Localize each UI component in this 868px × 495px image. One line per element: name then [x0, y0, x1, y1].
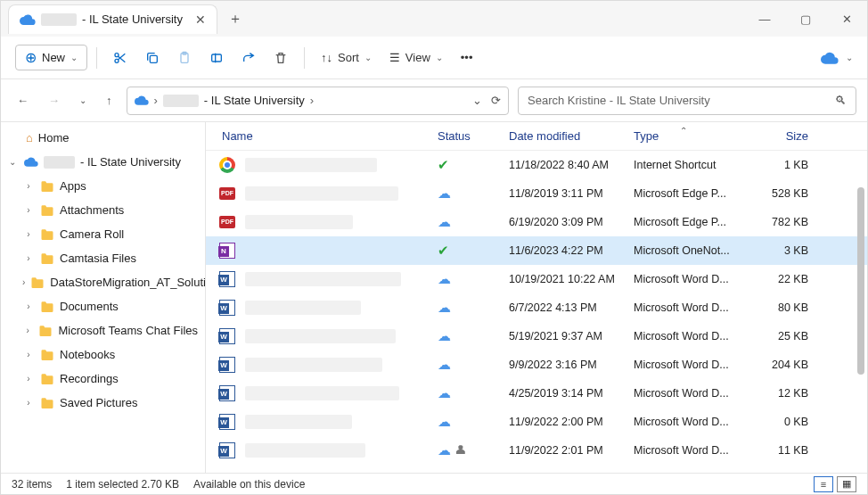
tree-folder[interactable]: ›DataStoreMigration_AT_Solutions: [1, 270, 205, 294]
folder-icon: [30, 276, 45, 288]
size-cell: 22 KB: [749, 273, 821, 285]
path-box[interactable]: › - IL State University › ⌄ ⟳: [127, 87, 510, 115]
details-view-button[interactable]: ≡: [814, 476, 833, 492]
file-row[interactable]: W☁︎10/19/2021 10:22 AMMicrosoft Word D..…: [206, 265, 867, 293]
tree-folder[interactable]: ›Notebooks: [1, 342, 205, 367]
rename-button[interactable]: [202, 45, 231, 70]
new-tab-button[interactable]: ＋: [228, 10, 242, 29]
sort-icon: ↑↓: [321, 51, 332, 64]
size-cell: 80 KB: [749, 301, 821, 314]
chevron-down-icon[interactable]: ⌄: [6, 157, 19, 167]
chevron-right-icon[interactable]: ›: [22, 181, 35, 191]
tree-folder[interactable]: ›Recordings: [1, 367, 205, 391]
tree-folder[interactable]: ›Saved Pictures: [1, 391, 205, 415]
tree-folder[interactable]: ›Attachments: [1, 198, 205, 222]
new-button[interactable]: ⊕ New ⌄: [15, 45, 87, 70]
search-box[interactable]: Search Kristine - IL State University 🔍︎: [518, 87, 856, 115]
tree-label: DataStoreMigration_AT_Solutions: [50, 276, 205, 289]
size-cell: 528 KB: [749, 187, 821, 200]
window-tab[interactable]: - IL State University ✕: [8, 4, 217, 34]
chevron-right-icon[interactable]: ›: [22, 205, 35, 215]
cloud-icon: ☁︎: [438, 414, 451, 430]
size-cell: 3 KB: [749, 244, 821, 257]
file-row[interactable]: W☁︎6/7/2022 4:13 PMMicrosoft Word D...80…: [206, 293, 867, 322]
file-row[interactable]: ✔︎11/18/2022 8:40 AMInternet Shortcut1 K…: [206, 151, 867, 179]
status-cell: ✔︎: [438, 243, 509, 259]
onedrive-status-icon[interactable]: [821, 52, 839, 64]
chevron-right-icon[interactable]: ›: [22, 398, 35, 408]
type-cell: Microsoft Word D...: [634, 444, 749, 457]
file-row[interactable]: PDF☁︎6/19/2020 3:09 PMMicrosoft Edge P..…: [206, 208, 867, 236]
cut-button[interactable]: [106, 45, 135, 70]
address-bar: ← → ⌄ ↑ › - IL State University › ⌄ ⟳ Se…: [1, 79, 867, 122]
file-row[interactable]: PDF☁︎11/8/2019 3:11 PMMicrosoft Edge P..…: [206, 179, 867, 208]
history-dropdown[interactable]: ⌄: [472, 94, 482, 107]
onedrive-icon: [24, 157, 38, 167]
file-row[interactable]: W☁︎5/19/2021 9:37 AMMicrosoft Word D...2…: [206, 322, 867, 351]
header-size[interactable]: Size: [749, 129, 821, 143]
chevron-right-icon[interactable]: ›: [22, 301, 35, 311]
tree-label: Microsoft Teams Chat Files: [58, 324, 198, 337]
plus-circle-icon: ⊕: [25, 49, 37, 66]
toolbar: ⊕ New ⌄ ↑↓ Sort ⌄ ☰ View ⌄ ••• ⌄: [1, 37, 867, 79]
tree-label: Recordings: [60, 372, 119, 385]
file-row[interactable]: N✔︎11/6/2023 4:22 PMMicrosoft OneNot...3…: [206, 236, 867, 265]
more-button[interactable]: •••: [454, 45, 480, 70]
file-type-icon: W: [218, 441, 236, 459]
header-type[interactable]: ⌃ Type: [634, 129, 749, 143]
vertical-scrollbar[interactable]: [855, 152, 867, 473]
up-button[interactable]: ↑: [101, 90, 118, 111]
tree-folder[interactable]: ›Documents: [1, 294, 205, 318]
sort-button[interactable]: ↑↓ Sort ⌄: [314, 45, 379, 70]
path-sep[interactable]: ›: [310, 94, 314, 107]
tree-home[interactable]: ⌂ Home: [1, 126, 205, 150]
chevron-right-icon[interactable]: ›: [22, 350, 35, 359]
back-button[interactable]: ←: [12, 90, 34, 111]
delete-button[interactable]: [266, 45, 295, 70]
tree-onedrive[interactable]: ⌄ - IL State University: [3, 153, 203, 170]
file-type-icon: W: [218, 413, 236, 431]
cloud-icon: ☁︎: [438, 300, 451, 316]
recent-dropdown[interactable]: ⌄: [74, 92, 92, 109]
file-row[interactable]: W☁︎9/9/2022 3:16 PMMicrosoft Word D...20…: [206, 351, 867, 379]
header-date[interactable]: Date modified: [509, 129, 634, 143]
date-cell: 11/9/2022 2:00 PM: [509, 416, 634, 428]
refresh-button[interactable]: ⟳: [491, 94, 501, 107]
tree-folder[interactable]: ›Microsoft Teams Chat Files: [1, 318, 205, 342]
file-row[interactable]: W☁︎11/9/2022 2:00 PMMicrosoft Word D...0…: [206, 408, 867, 436]
tree-folder[interactable]: ›Camtasia Files: [1, 246, 205, 270]
type-cell: Microsoft Edge P...: [634, 187, 749, 200]
file-row[interactable]: W☁︎👤︎11/9/2022 2:01 PMMicrosoft Word D..…: [206, 436, 867, 465]
view-button[interactable]: ☰ View ⌄: [382, 45, 450, 70]
chevron-down-icon[interactable]: ⌄: [846, 53, 853, 62]
chevron-right-icon[interactable]: ›: [22, 374, 35, 384]
share-button[interactable]: [234, 45, 263, 70]
path-suffix[interactable]: - IL State University: [204, 94, 305, 107]
status-cell: ☁︎👤︎: [438, 442, 509, 458]
tree-label: Notebooks: [60, 348, 115, 361]
tab-close-icon[interactable]: ✕: [195, 12, 206, 27]
chevron-right-icon[interactable]: ›: [22, 229, 35, 239]
tab-title-obscured: [41, 13, 77, 26]
path-sep[interactable]: ›: [154, 94, 158, 107]
minimize-button[interactable]: —: [744, 1, 785, 37]
search-icon[interactable]: 🔍︎: [835, 94, 847, 107]
cloud-icon: ☁︎: [438, 186, 451, 202]
tree-folder[interactable]: ›Apps: [1, 174, 205, 198]
close-button[interactable]: ✕: [826, 1, 867, 37]
maximize-button[interactable]: ▢: [785, 1, 826, 37]
copy-button[interactable]: [138, 45, 167, 70]
chevron-right-icon[interactable]: ›: [22, 277, 25, 287]
sync-check-icon: ✔︎: [438, 243, 449, 259]
chevron-right-icon[interactable]: ›: [22, 253, 35, 263]
header-status[interactable]: Status: [438, 129, 509, 143]
tree-folder[interactable]: ›Camera Roll: [1, 222, 205, 246]
header-name[interactable]: Name: [206, 129, 438, 143]
type-cell: Microsoft Word D...: [634, 359, 749, 371]
chevron-right-icon[interactable]: ›: [22, 326, 33, 335]
home-icon: ⌂: [26, 131, 33, 144]
icons-view-button[interactable]: ▦: [837, 476, 856, 492]
scroll-thumb[interactable]: [857, 187, 864, 375]
separator: [304, 47, 305, 69]
file-row[interactable]: W☁︎4/25/2019 3:14 PMMicrosoft Word D...1…: [206, 379, 867, 408]
